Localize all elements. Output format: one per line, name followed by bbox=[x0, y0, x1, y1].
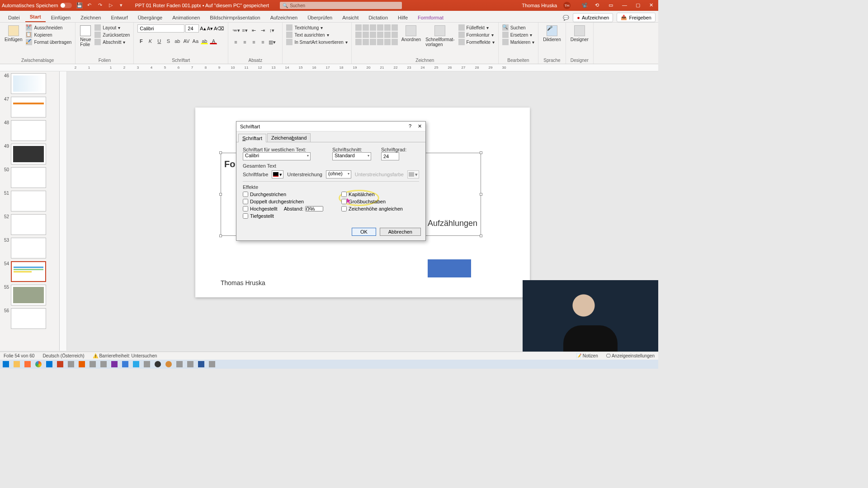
dictate-button[interactable]: 🎤Diktieren bbox=[542, 24, 561, 43]
cut-button[interactable]: ✂️Ausschneiden bbox=[26, 24, 71, 31]
app4-icon[interactable] bbox=[122, 361, 128, 367]
close-icon[interactable]: ✕ bbox=[649, 2, 656, 9]
reset-button[interactable]: Zurücksetzen bbox=[94, 32, 130, 38]
align-left-icon[interactable]: ≡ bbox=[232, 38, 239, 45]
outlook-icon[interactable] bbox=[46, 361, 52, 367]
case-button[interactable]: Aa bbox=[192, 37, 199, 44]
format-painter-button[interactable]: 🖌️Format übertragen bbox=[26, 39, 71, 45]
tab-entwurf[interactable]: Entwurf bbox=[106, 13, 132, 22]
powerpoint-icon[interactable] bbox=[57, 361, 63, 367]
slide-thumb-54[interactable] bbox=[11, 261, 46, 282]
blue-shape[interactable] bbox=[428, 259, 471, 277]
cancel-button[interactable]: Abbrechen bbox=[380, 228, 421, 236]
bold-button[interactable]: F bbox=[137, 37, 145, 44]
app-icon[interactable] bbox=[68, 361, 74, 367]
tab-zeichnen[interactable]: Zeichnen bbox=[76, 13, 105, 22]
app8-icon[interactable] bbox=[187, 361, 193, 367]
font-name-input[interactable] bbox=[137, 24, 184, 33]
slide-thumb-55[interactable] bbox=[11, 285, 46, 305]
tab-formformat[interactable]: Formformat bbox=[413, 13, 448, 22]
convert-smartart-button[interactable]: In SmartArt konvertieren▾ bbox=[286, 39, 347, 45]
slide-thumb-48[interactable] bbox=[11, 120, 46, 141]
ribbon-mode-icon[interactable]: ▭ bbox=[609, 2, 616, 9]
chrome-icon[interactable] bbox=[35, 361, 42, 367]
chk-all-caps[interactable]: Großbuchstaben bbox=[341, 199, 403, 204]
tab-datei[interactable]: Datei bbox=[4, 13, 24, 22]
font-style-dropdown[interactable]: Standard bbox=[332, 152, 371, 160]
tab-start[interactable]: Start bbox=[25, 12, 46, 22]
onenote-icon[interactable] bbox=[111, 361, 118, 367]
notes-button[interactable]: 📝 Notizen bbox=[576, 353, 598, 358]
slide-thumb-56[interactable] bbox=[11, 308, 46, 329]
align-right-icon[interactable]: ≡ bbox=[250, 38, 257, 45]
explorer-icon[interactable] bbox=[14, 361, 20, 367]
share-button[interactable]: 📤Freigeben bbox=[617, 13, 656, 22]
chk-subscript[interactable]: Tiefgestellt bbox=[243, 213, 323, 219]
redo-icon[interactable]: ↷ bbox=[98, 2, 104, 9]
underline-color-picker[interactable]: ▾ bbox=[407, 170, 419, 178]
align-justify-icon[interactable]: ≡ bbox=[259, 38, 266, 45]
display-settings-button[interactable]: 🖵 Anzeigeeinstellungen bbox=[606, 353, 655, 358]
app9-icon[interactable] bbox=[209, 361, 215, 367]
app5-icon[interactable] bbox=[144, 361, 150, 367]
dialog-close-icon[interactable]: ✕ bbox=[418, 123, 422, 129]
chk-equalize-height[interactable]: Zeichenhöhe angleichen bbox=[341, 206, 403, 211]
slide-thumb-47[interactable] bbox=[11, 97, 46, 117]
search-box[interactable]: 🔍 Suchen bbox=[280, 2, 402, 9]
indent-inc-icon[interactable]: ⇥ bbox=[259, 26, 266, 33]
columns-icon[interactable]: ▥▾ bbox=[268, 38, 275, 45]
find-button[interactable]: 🔍Suchen bbox=[502, 24, 534, 31]
font-western-dropdown[interactable]: Calibri bbox=[243, 152, 311, 160]
vlc-icon[interactable] bbox=[79, 361, 85, 367]
tab-einfuegen[interactable]: Einfügen bbox=[47, 13, 75, 22]
indent-dec-icon[interactable]: ⇤ bbox=[250, 26, 257, 33]
replace-button[interactable]: Ersetzen▾ bbox=[502, 32, 534, 38]
fill-effect-button[interactable]: Fülleffekt▾ bbox=[458, 24, 495, 31]
minimize-icon[interactable]: — bbox=[622, 2, 629, 9]
layout-button[interactable]: Layout▾ bbox=[94, 24, 130, 31]
undo-icon[interactable]: ↶ bbox=[87, 2, 94, 9]
charspace-button[interactable]: AV bbox=[183, 37, 190, 44]
strike-button[interactable]: S bbox=[165, 37, 172, 44]
accessibility-check[interactable]: ⚠️ Barrierefreiheit: Untersuchen bbox=[93, 353, 157, 358]
arrange-button[interactable]: Anordnen bbox=[401, 24, 422, 43]
app3-icon[interactable] bbox=[100, 361, 107, 367]
quick-styles-button[interactable]: Schnellformat- vorlagen bbox=[425, 24, 455, 48]
offset-spinner[interactable] bbox=[305, 206, 323, 211]
sync-icon[interactable]: ⟲ bbox=[595, 2, 602, 9]
slide-thumb-50[interactable] bbox=[11, 167, 46, 188]
paste-button[interactable]: Einfügen bbox=[4, 24, 23, 43]
dialog-tab-font[interactable]: SSchriftartchriftart bbox=[238, 134, 266, 142]
select-button[interactable]: Markieren▾ bbox=[502, 39, 534, 45]
section-button[interactable]: Abschnitt▾ bbox=[94, 39, 130, 45]
shadow-button[interactable]: ab bbox=[174, 37, 181, 44]
maximize-icon[interactable]: ▢ bbox=[636, 2, 643, 9]
word-icon[interactable] bbox=[198, 361, 204, 367]
start-button[interactable] bbox=[3, 361, 9, 367]
shapes-gallery[interactable] bbox=[355, 24, 398, 45]
shape-effects-button[interactable]: Formeffekte▾ bbox=[458, 39, 495, 45]
chk-strikethrough[interactable]: Durchgestrichen bbox=[243, 192, 323, 197]
dialog-help-icon[interactable]: ? bbox=[409, 123, 411, 129]
slide-thumb-46[interactable] bbox=[11, 73, 46, 94]
font-size-input[interactable] bbox=[185, 24, 199, 33]
language-indicator[interactable]: Deutsch (Österreich) bbox=[42, 353, 84, 358]
font-color-button[interactable]: A bbox=[210, 37, 217, 44]
tab-ansicht[interactable]: Ansicht bbox=[338, 13, 363, 22]
slide-thumb-53[interactable] bbox=[11, 238, 46, 258]
slide-thumb-51[interactable] bbox=[11, 191, 46, 211]
slide-thumb-52[interactable] bbox=[11, 214, 46, 235]
align-text-button[interactable]: Text ausrichten▾ bbox=[286, 32, 347, 38]
bullets-icon[interactable]: ≔▾ bbox=[232, 26, 239, 33]
shrink-font-icon[interactable]: A▾ bbox=[207, 26, 213, 32]
save-icon[interactable]: 💾 bbox=[76, 2, 83, 9]
text-direction-button[interactable]: Textrichtung▾ bbox=[286, 24, 347, 31]
tab-hilfe[interactable]: Hilfe bbox=[393, 13, 412, 22]
tab-dictation[interactable]: Dictation bbox=[364, 13, 392, 22]
grow-font-icon[interactable]: A▴ bbox=[200, 26, 206, 32]
chk-small-caps[interactable]: Kapitälchen bbox=[341, 192, 403, 197]
app7-icon[interactable] bbox=[176, 361, 183, 367]
font-size-spinner[interactable] bbox=[381, 152, 399, 160]
user-avatar[interactable]: TH bbox=[563, 2, 571, 9]
chk-double-strike[interactable]: Doppelt durchgestrichen bbox=[243, 199, 323, 204]
